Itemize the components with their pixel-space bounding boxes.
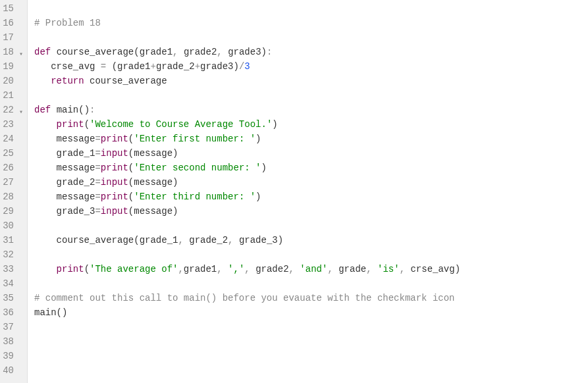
code-line[interactable]: return course_average xyxy=(34,74,588,88)
code-token: input xyxy=(101,148,128,159)
code-line[interactable] xyxy=(34,349,588,363)
code-token xyxy=(51,47,56,57)
code-line[interactable] xyxy=(34,276,588,291)
code-token: message xyxy=(57,163,95,173)
code-token: def xyxy=(34,47,51,57)
code-token: ) xyxy=(255,192,261,202)
code-token: = xyxy=(95,163,100,173)
code-line[interactable] xyxy=(34,30,588,45)
code-token: 'Enter second number: ' xyxy=(134,163,261,173)
code-line[interactable]: print('The average of',grade1, ',', grad… xyxy=(34,262,588,276)
code-line[interactable]: crse_avg = (grade1+grade_2+grade3)/3 xyxy=(34,59,588,74)
code-token: 'Enter first number: ' xyxy=(134,134,255,144)
code-token: crse_avg xyxy=(410,264,454,274)
code-line[interactable]: grade_1=input(message) xyxy=(34,146,588,161)
code-token: () xyxy=(78,105,90,115)
code-token: () xyxy=(57,307,68,318)
code-token: , xyxy=(178,235,189,245)
code-token: ( xyxy=(134,47,139,57)
code-token: ) xyxy=(234,61,239,72)
code-token: , xyxy=(228,235,239,245)
code-token: ( xyxy=(128,134,134,144)
code-token: grade1 xyxy=(184,264,217,274)
code-line[interactable]: print('Welcome to Course Average Tool.') xyxy=(34,117,588,132)
code-token: grade1 xyxy=(117,61,150,72)
code-token: + xyxy=(195,61,200,72)
code-line[interactable]: grade_2=input(message) xyxy=(34,175,588,190)
code-token: ) xyxy=(173,177,178,188)
code-token: ) xyxy=(173,148,178,159)
code-token: grade xyxy=(338,264,366,274)
code-line[interactable] xyxy=(34,1,588,16)
line-number: 24 xyxy=(3,132,22,146)
code-token: ) xyxy=(261,47,267,57)
code-token: 'Welcome to Course Average Tool.' xyxy=(90,119,272,130)
code-line[interactable]: message=print('Enter third number: ') xyxy=(34,190,588,204)
line-number: 27 xyxy=(3,175,22,190)
code-token: ) xyxy=(278,235,283,245)
code-token: main xyxy=(34,307,57,318)
code-token: grade_1 xyxy=(57,148,95,159)
code-token: # comment out this call to main() before… xyxy=(34,293,455,303)
code-line[interactable]: course_average(grade_1, grade_2, grade_3… xyxy=(34,233,588,247)
line-number: 38 xyxy=(3,334,22,349)
line-number: 36 xyxy=(3,305,22,320)
code-token xyxy=(34,264,57,274)
code-line[interactable]: main() xyxy=(34,305,588,320)
code-token: print xyxy=(101,134,128,144)
code-line[interactable]: # Problem 18 xyxy=(34,16,588,30)
line-number: 37 xyxy=(3,320,22,334)
code-token: = xyxy=(101,61,106,72)
code-token xyxy=(34,61,51,72)
code-token: message xyxy=(134,206,173,217)
code-token: 'is' xyxy=(377,264,400,274)
code-token: def xyxy=(34,105,51,115)
code-token: ( xyxy=(128,192,134,202)
code-token: + xyxy=(150,61,155,72)
code-token: , xyxy=(244,264,255,274)
code-token: ) xyxy=(173,206,178,217)
code-line[interactable] xyxy=(34,334,588,349)
code-line[interactable]: def main(): xyxy=(34,103,588,117)
line-number: 40 xyxy=(3,363,22,378)
code-token: ( xyxy=(128,148,134,159)
code-line[interactable] xyxy=(34,247,588,262)
code-token xyxy=(34,206,57,217)
code-token: 3 xyxy=(244,61,250,72)
code-token: , xyxy=(400,264,411,274)
code-line[interactable]: message=print('Enter second number: ') xyxy=(34,161,588,175)
code-line[interactable]: def course_average(grade1, grade2, grade… xyxy=(34,45,588,59)
code-line[interactable] xyxy=(34,218,588,233)
code-token: , xyxy=(366,264,377,274)
code-line[interactable]: grade_3=input(message) xyxy=(34,204,588,218)
code-token: grade2 xyxy=(255,264,288,274)
code-token xyxy=(84,76,90,86)
code-line[interactable]: # comment out this call to main() before… xyxy=(34,291,588,305)
code-token: input xyxy=(101,177,128,188)
code-token: : xyxy=(267,47,272,57)
code-token: = xyxy=(95,177,100,188)
code-token: grade3 xyxy=(200,61,233,72)
code-token: main xyxy=(57,105,79,115)
code-line[interactable] xyxy=(34,320,588,334)
code-token xyxy=(34,134,57,144)
line-number: 17 xyxy=(3,30,22,45)
code-token: ',' xyxy=(228,264,244,274)
code-line[interactable]: message=print('Enter first number: ') xyxy=(34,132,588,146)
code-token xyxy=(106,61,111,72)
code-editor-area[interactable]: # Problem 18 def course_average(grade1, … xyxy=(28,0,588,383)
code-token: ( xyxy=(128,163,134,173)
code-token: grade_3 xyxy=(57,206,95,217)
code-token: course_average xyxy=(90,76,167,86)
code-token xyxy=(34,235,57,245)
code-token: grade_2 xyxy=(57,177,95,188)
code-line[interactable] xyxy=(34,363,588,378)
code-token: message xyxy=(134,177,173,188)
code-token: = xyxy=(95,192,100,202)
code-line[interactable] xyxy=(34,88,588,103)
line-number: 26 xyxy=(3,161,22,175)
code-token: 'Enter third number: ' xyxy=(134,192,255,202)
line-number: 21 xyxy=(3,88,22,103)
code-token: crse_avg xyxy=(51,61,95,72)
code-token: grade_2 xyxy=(156,61,195,72)
